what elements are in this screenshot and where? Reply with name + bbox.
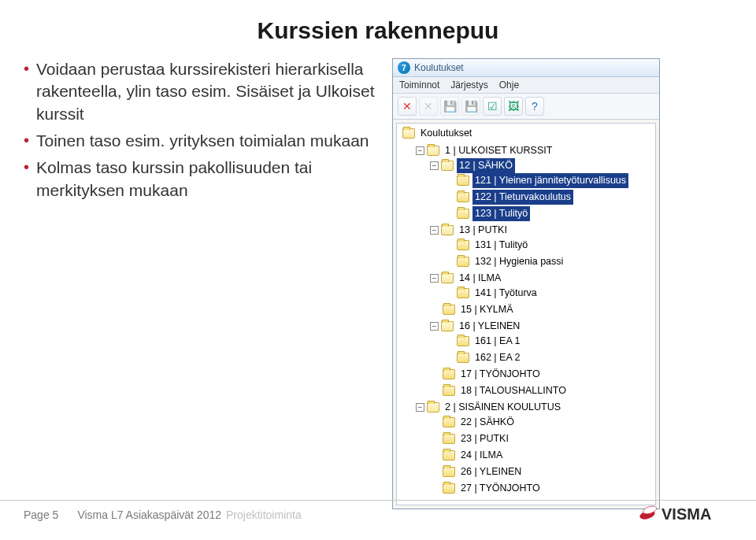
tree-node[interactable]: 162 | EA 2 bbox=[444, 350, 654, 367]
folder-icon bbox=[402, 128, 415, 139]
tree-toggle-empty bbox=[430, 387, 440, 395]
tree-node[interactable]: 15 | KYLMÄ bbox=[430, 302, 654, 319]
tree-node[interactable]: 131 | Tulityö bbox=[444, 238, 654, 254]
tree-node-label[interactable]: 15 | KYLMÄ bbox=[458, 302, 515, 317]
tree-toggle-empty bbox=[444, 193, 454, 202]
tree-toggle-empty bbox=[444, 289, 454, 298]
tree-node-label[interactable]: 1 | ULKOISET KURSSIT bbox=[443, 143, 554, 158]
tree-toggle-empty bbox=[430, 370, 440, 379]
tree-node-label[interactable]: 24 | ILMA bbox=[458, 448, 505, 463]
tree-node-label[interactable]: 123 | Tulityö bbox=[472, 206, 530, 221]
tree-root-node[interactable]: Koulutukset−1 | ULKOISET KURSSIT−12 | SÄ… bbox=[402, 126, 654, 497]
save-icon: 💾 bbox=[440, 97, 459, 116]
bullet-item: Kolmas taso kurssin pakollisuuden tai me… bbox=[24, 157, 392, 202]
tree-toggle-empty bbox=[444, 209, 454, 218]
tree-node-label[interactable]: 122 | Tieturvakoulutus bbox=[472, 190, 573, 205]
tree-node-label[interactable]: 17 | TYÖNJOHTO bbox=[458, 367, 543, 382]
tree-node-label[interactable]: 162 | EA 2 bbox=[472, 350, 522, 365]
bullet-list: Voidaan perustaa kurssirekisteri hierark… bbox=[24, 58, 392, 509]
tree-node[interactable]: −1 | ULKOISET KURSSIT−12 | SÄHKÖ121 | Yl… bbox=[416, 143, 654, 400]
tree-node-label[interactable]: 23 | PUTKI bbox=[458, 431, 511, 446]
tree-node[interactable]: 123 | Tulityö bbox=[444, 206, 654, 223]
app-toolbar: ✕✕💾💾☑🖼? bbox=[393, 94, 659, 120]
visma-logo: VISMA bbox=[638, 501, 732, 526]
footer-project: Projektitoiminta bbox=[226, 509, 302, 521]
tree-node[interactable]: 24 | ILMA bbox=[430, 448, 654, 464]
folder-icon bbox=[443, 434, 455, 444]
tree-toggle[interactable]: − bbox=[430, 274, 439, 283]
tree-panel: Koulutukset−1 | ULKOISET KURSSIT−12 | SÄ… bbox=[396, 123, 656, 505]
tree-toggle-empty bbox=[430, 484, 440, 493]
app-window: 7 Koulutukset ToiminnotJärjestysOhje ✕✕💾… bbox=[392, 58, 660, 509]
tree-node[interactable]: 23 | PUTKI bbox=[430, 431, 654, 448]
tree-node-label[interactable]: 18 | TALOUSHALLINTO bbox=[458, 383, 569, 398]
folder-icon bbox=[457, 288, 469, 298]
folder-icon bbox=[443, 417, 455, 427]
folder-icon bbox=[441, 225, 454, 235]
new-icon[interactable]: ✕ bbox=[398, 97, 417, 116]
slide-title: Kurssien rakennepuu bbox=[0, 17, 756, 44]
tree-node[interactable]: 122 | Tieturvakoulutus bbox=[444, 190, 654, 206]
tree-node-label[interactable]: 141 | Työturva bbox=[472, 286, 539, 301]
tree-node[interactable]: −13 | PUTKI131 | Tulityö132 | Hygienia p… bbox=[430, 223, 654, 271]
app-titlebar: 7 Koulutukset bbox=[393, 59, 659, 77]
tree-toggle-empty bbox=[444, 353, 454, 362]
options-icon[interactable]: ☑ bbox=[483, 97, 502, 116]
folder-icon bbox=[443, 483, 455, 494]
folder-icon bbox=[457, 192, 469, 202]
tree-node[interactable]: 161 | EA 1 bbox=[444, 334, 654, 350]
page-number: Page 5 bbox=[24, 509, 58, 521]
tree-node-label[interactable]: 131 | Tulityö bbox=[472, 238, 530, 253]
folder-icon bbox=[441, 273, 454, 283]
tree-toggle[interactable]: − bbox=[430, 226, 439, 235]
menu-item[interactable]: Ohje bbox=[499, 80, 519, 91]
tree-node-label[interactable]: 27 | TYÖNJOHTO bbox=[458, 481, 543, 496]
tree-node-label[interactable]: 14 | ILMA bbox=[457, 271, 503, 286]
tree-node-label[interactable]: 2 | SISÄINEN KOULUTUS bbox=[443, 400, 563, 415]
tree-toggle[interactable]: − bbox=[430, 322, 439, 331]
tree-toggle[interactable]: − bbox=[416, 403, 424, 412]
folder-icon bbox=[457, 257, 469, 267]
tree-node-label[interactable]: 121 | Yleinen jännitetyöturvallisuus bbox=[472, 173, 628, 188]
tree-node-label[interactable]: 132 | Hygienia passi bbox=[472, 254, 565, 269]
image-icon[interactable]: 🖼 bbox=[504, 97, 523, 116]
tree-node[interactable]: 132 | Hygienia passi bbox=[444, 254, 654, 271]
tree-node-label[interactable]: 12 | SÄHKÖ bbox=[457, 158, 515, 173]
tree-node[interactable]: 18 | TALOUSHALLINTO bbox=[430, 383, 654, 400]
tree-node[interactable]: −2 | SISÄINEN KOULUTUS22 | SÄHKÖ23 | PUT… bbox=[416, 400, 654, 497]
tree-node[interactable]: 121 | Yleinen jännitetyöturvallisuus bbox=[444, 173, 654, 190]
menu-item[interactable]: Järjestys bbox=[450, 80, 487, 91]
tree-toggle[interactable]: − bbox=[430, 161, 439, 170]
tree-toggle-empty bbox=[444, 241, 454, 250]
app-menubar: ToiminnotJärjestysOhje bbox=[393, 77, 659, 94]
bullet-item: Toinen taso esim. yrityksen toimialan mu… bbox=[24, 130, 392, 152]
delete-icon: ✕ bbox=[419, 97, 438, 116]
tree-toggle[interactable]: − bbox=[416, 146, 424, 155]
tree-node[interactable]: −12 | SÄHKÖ121 | Yleinen jännitetyöturva… bbox=[430, 158, 654, 223]
tree-node[interactable]: 26 | YLEINEN bbox=[430, 464, 654, 481]
tree-node-label[interactable]: 26 | YLEINEN bbox=[458, 464, 524, 479]
tree-node-label[interactable]: 22 | SÄHKÖ bbox=[458, 415, 517, 430]
menu-item[interactable]: Toiminnot bbox=[399, 80, 439, 91]
tree-node[interactable]: 17 | TYÖNJOHTO bbox=[430, 367, 654, 383]
tree-node-label[interactable]: 16 | YLEINEN bbox=[457, 319, 522, 334]
tree-node[interactable]: 141 | Työturva bbox=[444, 286, 654, 302]
tree-node[interactable]: 27 | TYÖNJOHTO bbox=[430, 481, 654, 497]
tree-node[interactable]: 22 | SÄHKÖ bbox=[430, 415, 654, 431]
tree-node-label[interactable]: 13 | PUTKI bbox=[457, 223, 510, 238]
app-title: Koulutukset bbox=[414, 62, 464, 73]
tree-toggle-empty bbox=[430, 468, 440, 476]
help-icon[interactable]: ? bbox=[525, 97, 544, 116]
tree-toggle-empty bbox=[444, 176, 454, 185]
tree-node-label[interactable]: 161 | EA 1 bbox=[472, 334, 522, 349]
tree-toggle-empty bbox=[444, 257, 454, 266]
bullet-item: Voidaan perustaa kurssirekisteri hierark… bbox=[24, 58, 392, 125]
tree-toggle-empty bbox=[430, 418, 440, 427]
tree-node[interactable]: −16 | YLEINEN161 | EA 1162 | EA 2 bbox=[430, 319, 654, 367]
folder-icon bbox=[457, 240, 469, 250]
tree-node-label[interactable]: Koulutukset bbox=[418, 126, 474, 141]
folder-icon bbox=[457, 176, 469, 186]
folder-icon bbox=[457, 209, 469, 219]
tree-node[interactable]: −14 | ILMA141 | Työturva bbox=[430, 271, 654, 302]
app-icon: 7 bbox=[398, 61, 410, 74]
